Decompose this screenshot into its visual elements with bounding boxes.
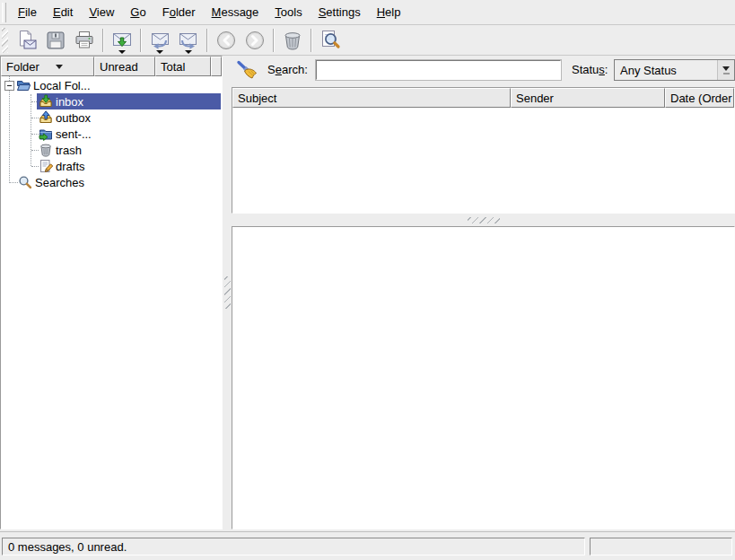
- header-filler: [211, 57, 222, 76]
- save-icon: [45, 30, 66, 51]
- folder-tree-item-trash[interactable]: trash: [39, 142, 82, 158]
- unread-column-header[interactable]: Unread: [94, 57, 155, 76]
- search-folder-icon: [18, 175, 32, 189]
- menu-bar: File Edit View Go Folder Message Tools S…: [0, 0, 735, 25]
- menu-help[interactable]: Help: [369, 2, 409, 22]
- print-button[interactable]: [71, 27, 98, 54]
- trash-folder-icon: [39, 143, 53, 157]
- folder-tree-item-inbox[interactable]: inbox: [37, 93, 221, 109]
- toolbar-separator: [206, 29, 208, 52]
- folder-tree: Local Fol... inbox: [1, 76, 222, 529]
- status-label: Status:: [572, 63, 608, 76]
- subject-column-header[interactable]: Subject: [232, 88, 511, 108]
- find-button[interactable]: [317, 27, 344, 54]
- vertical-splitter[interactable]: [223, 56, 232, 529]
- inbox-icon: [39, 94, 53, 109]
- status-right-section: [590, 538, 732, 556]
- new-message-button[interactable]: [13, 27, 40, 54]
- folder-column-header[interactable]: Folder: [1, 57, 94, 76]
- folder-tree-item-local-folders[interactable]: Local Fol...: [16, 77, 91, 93]
- dropdown-caret-icon: [185, 50, 192, 54]
- folder-tree-item-drafts[interactable]: drafts: [39, 158, 85, 174]
- toolbar-separator: [273, 29, 275, 52]
- collapse-expander-icon[interactable]: [4, 81, 14, 91]
- sender-column-header[interactable]: Sender: [511, 88, 665, 108]
- reply-icon: [149, 30, 171, 51]
- tree-line: [31, 94, 31, 166]
- search-label: Search:: [267, 63, 308, 76]
- dropdown-caret-icon: [118, 50, 126, 54]
- forward-nav-button[interactable]: [241, 27, 268, 54]
- menubar-handle[interactable]: [2, 3, 6, 22]
- combobox-dash: [723, 73, 730, 74]
- message-list-header: Subject Sender Date (Order of Arrival): [232, 88, 734, 108]
- splitter-grip-icon: [224, 276, 231, 309]
- horizontal-splitter[interactable]: [232, 214, 735, 226]
- broom-icon: [235, 59, 259, 83]
- main-toolbar: [0, 25, 735, 56]
- kmail-window: File Edit View Go Folder Message Tools S…: [0, 0, 735, 560]
- tree-line: [10, 182, 18, 183]
- clear-search-button[interactable]: [233, 57, 260, 84]
- save-button[interactable]: [42, 27, 69, 54]
- dropdown-caret-icon: [156, 50, 163, 54]
- message-list: Subject Sender Date (Order of Arrival): [232, 87, 735, 214]
- message-area: Search: Status: Any Status Subject: [232, 56, 735, 529]
- menu-folder[interactable]: Folder: [154, 2, 204, 22]
- toolbar-separator: [311, 29, 312, 52]
- menu-message[interactable]: Message: [204, 2, 267, 22]
- status-combobox[interactable]: Any Status: [614, 59, 735, 81]
- trash-button[interactable]: [279, 27, 306, 54]
- message-preview-pane[interactable]: [232, 226, 735, 529]
- tree-line: [31, 118, 39, 118]
- menu-tools[interactable]: Tools: [267, 2, 310, 22]
- main-area: Folder Unread Total: [0, 56, 735, 529]
- trash-icon: [282, 30, 303, 51]
- message-list-body[interactable]: [232, 108, 734, 213]
- status-combobox-value: Any Status: [615, 64, 717, 77]
- outbox-icon: [39, 110, 53, 125]
- drafts-icon: [39, 159, 53, 173]
- print-icon: [74, 30, 95, 51]
- toolbar-separator: [140, 29, 142, 52]
- status-bar: 0 messages, 0 unread.: [0, 531, 735, 560]
- search-bar: Search: Status: Any Status: [232, 56, 735, 85]
- search-input[interactable]: [316, 60, 561, 80]
- back-button[interactable]: [213, 27, 240, 54]
- menu-view[interactable]: View: [81, 2, 122, 22]
- find-icon: [319, 29, 342, 52]
- sort-arrow-icon: [56, 65, 63, 69]
- menu-settings[interactable]: Settings: [311, 2, 369, 22]
- check-mail-button[interactable]: [109, 27, 136, 54]
- status-message-count: 0 messages, 0 unread.: [2, 538, 585, 556]
- date-column-header[interactable]: Date (Order of Arrival): [665, 88, 734, 108]
- splitter-grip-icon: [468, 217, 500, 223]
- folder-panel-header: Folder Unread Total: [1, 57, 222, 76]
- reply-button[interactable]: [146, 27, 173, 54]
- back-icon: [215, 30, 237, 51]
- total-column-header[interactable]: Total: [155, 57, 211, 76]
- forward-nav-icon: [244, 30, 266, 51]
- toolbar-handle[interactable]: [2, 28, 8, 53]
- tree-line: [31, 134, 39, 135]
- new-message-icon: [16, 30, 38, 51]
- menu-go[interactable]: Go: [122, 2, 153, 22]
- folder-open-icon: [16, 78, 31, 92]
- sent-icon: [39, 127, 53, 141]
- folder-tree-item-searches[interactable]: Searches: [18, 174, 84, 190]
- folder-panel: Folder Unread Total: [0, 56, 223, 529]
- forward-button[interactable]: [175, 27, 202, 54]
- check-mail-icon: [111, 30, 133, 51]
- menu-edit[interactable]: Edit: [45, 2, 81, 22]
- toolbar-separator: [102, 29, 104, 52]
- folder-tree-item-sent[interactable]: sent-...: [39, 126, 92, 142]
- folder-tree-item-outbox[interactable]: outbox: [39, 109, 91, 126]
- combobox-dropdown-button[interactable]: [717, 60, 734, 80]
- menu-file[interactable]: File: [10, 2, 45, 22]
- chevron-down-icon: [722, 66, 730, 71]
- forward-icon: [178, 30, 199, 51]
- tree-line: [31, 150, 39, 151]
- tree-line: [9, 76, 10, 183]
- tree-line: [31, 166, 39, 167]
